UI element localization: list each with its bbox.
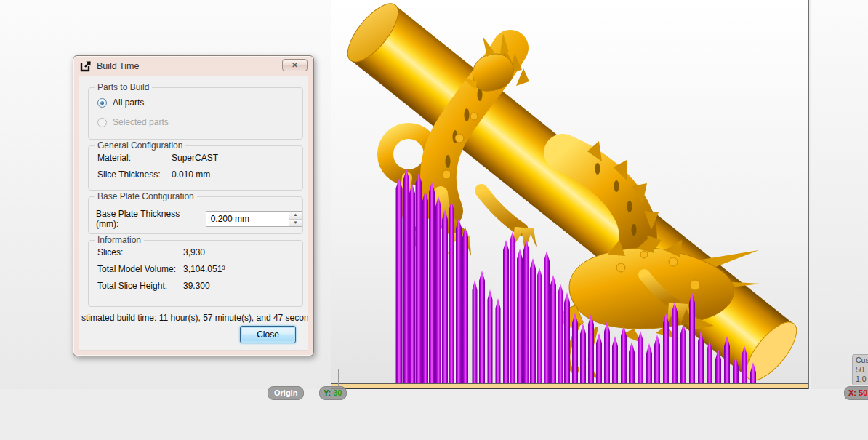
application-window: Origin Y: 30 X: 50 Cus 50. 1,0 Build Tim… (0, 0, 868, 440)
material-value: SuperCAST (172, 153, 218, 163)
base-plate-configuration-group: Base Plate Configuration Base Plate Thic… (88, 196, 303, 234)
support-spike (523, 240, 529, 388)
radio-selected-icon[interactable] (97, 98, 107, 108)
origin-badge: Origin (268, 386, 304, 400)
support-spike (479, 271, 485, 388)
total-model-volume-value: 3,104.051³ (183, 264, 225, 274)
support-spike (621, 326, 627, 388)
x-axis-label: X: (848, 388, 856, 397)
slices-value: 3,930 (183, 247, 205, 257)
support-spike (462, 227, 468, 388)
radio-selected-parts: Selected parts (97, 117, 302, 127)
support-spike (698, 331, 704, 388)
support-spike (449, 201, 454, 388)
slice-thickness-value: 0.010 mm (172, 169, 210, 180)
support-spike (580, 324, 586, 388)
support-spike (429, 182, 435, 388)
status-strip (0, 389, 868, 440)
tooltip-line: Cus (856, 356, 868, 365)
x-axis-value: 50 (859, 388, 867, 397)
custom-size-tooltip: Cus 50. 1,0 (852, 354, 868, 385)
close-button[interactable]: Close (240, 326, 296, 343)
support-spike (612, 336, 618, 388)
support-spike (572, 313, 578, 388)
3d-viewport[interactable] (331, 0, 809, 389)
parts-to-build-group: Parts to Build All parts Selected parts (88, 87, 303, 140)
3d-scene (331, 0, 808, 389)
y-coordinate-badge: Y: 30 (319, 386, 347, 400)
total-model-volume-row: Total Model Volume: 3,104.051³ (97, 264, 302, 274)
spin-down-icon[interactable]: ▼ (289, 220, 302, 227)
support-spike (604, 321, 610, 388)
support-spike (488, 289, 493, 388)
support-spike (416, 173, 422, 388)
support-spike (564, 292, 570, 388)
dialog-titlebar[interactable]: Build Time ✕ (73, 56, 313, 76)
support-spike (672, 302, 678, 388)
spinner-buttons: ▲ ▼ (289, 212, 302, 226)
tooltip-line: 50. (856, 365, 868, 375)
dialog-close-icon[interactable]: ✕ (282, 59, 308, 71)
support-spike (496, 298, 501, 388)
support-spike (442, 209, 448, 388)
dialog-title: Build Time (97, 61, 139, 71)
support-spike (588, 314, 594, 388)
total-model-volume-label: Total Model Volume: (97, 264, 183, 274)
build-time-dialog-icon (80, 60, 92, 72)
total-slice-height-row: Total Slice Height: 39.300 (97, 281, 302, 291)
slice-thickness-label: Slice Thickness: (97, 169, 172, 180)
support-spike (396, 178, 403, 388)
dialog-client-area: Parts to Build All parts Selected parts … (79, 76, 308, 351)
general-configuration-group: General Configuration Material: SuperCAS… (88, 145, 303, 191)
radio-selected-parts-label: Selected parts (113, 117, 169, 127)
support-spike (503, 240, 509, 388)
support-spike (680, 324, 686, 388)
group-caption: Information (95, 235, 144, 245)
support-spike (596, 333, 602, 388)
group-caption: General Configuration (95, 140, 185, 151)
support-spike (663, 313, 669, 388)
slices-label: Slices: (97, 247, 183, 257)
total-slice-height-value: 39.300 (183, 281, 210, 291)
radio-disabled-icon (97, 118, 107, 127)
estimated-build-time-text: stimated build time: 11 hour(s), 57 minu… (81, 313, 308, 323)
base-plate-line (331, 383, 808, 389)
information-group: Information Slices: 3,930 Total Model Vo… (88, 240, 303, 307)
support-spike (530, 258, 536, 388)
support-spike (638, 331, 643, 388)
support-spike (456, 218, 462, 388)
slices-row: Slices: 3,930 (97, 247, 302, 257)
support-spike (558, 284, 563, 388)
x-coordinate-badge: X: 50 (844, 386, 868, 400)
tooltip-line: 1,0 (856, 375, 868, 384)
support-spike (537, 268, 542, 388)
support-spike (550, 275, 556, 388)
total-slice-height-label: Total Slice Height: (97, 281, 183, 291)
y-axis-value: 30 (333, 388, 342, 397)
support-spike (544, 251, 550, 388)
base-plate-thickness-input[interactable] (206, 212, 292, 226)
support-spike (510, 231, 515, 388)
material-label: Material: (97, 153, 172, 163)
group-caption: Parts to Build (95, 82, 152, 92)
support-spike (473, 280, 478, 388)
support-spike (409, 183, 415, 388)
support-spike (517, 249, 523, 388)
spin-up-icon[interactable]: ▲ (289, 212, 302, 220)
workspace-right-area (811, 0, 868, 389)
build-time-dialog: Build Time ✕ Parts to Build All parts Se… (73, 55, 314, 356)
support-spike (689, 292, 695, 388)
support-spike (422, 191, 428, 388)
radio-all-parts[interactable]: All parts (97, 97, 302, 108)
y-axis-label: Y: (324, 388, 331, 397)
support-spike (435, 196, 441, 388)
material-row: Material: SuperCAST (97, 153, 302, 163)
support-spike (654, 335, 660, 388)
y-axis-marker-line (338, 369, 339, 387)
support-spike (403, 169, 409, 388)
group-caption: Base Plate Configuration (95, 191, 197, 201)
radio-all-parts-label: All parts (113, 97, 144, 108)
slice-thickness-row: Slice Thickness: 0.010 mm (97, 169, 302, 180)
base-plate-thickness-label: Base Plate Thickness (mm): (96, 209, 201, 229)
base-plate-thickness-spinbox: ▲ ▼ (206, 211, 302, 227)
